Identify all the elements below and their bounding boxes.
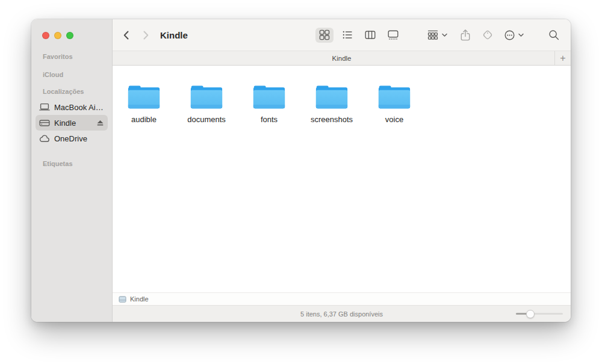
folder-icon	[252, 83, 287, 110]
view-switcher	[315, 19, 402, 51]
back-button[interactable]	[122, 19, 130, 51]
close-button[interactable]	[42, 32, 49, 39]
folder-name: voice	[385, 115, 403, 124]
sidebar: Favoritos iCloud Localizações MacBook Ai…	[31, 19, 113, 322]
folder-item-fonts[interactable]: fonts	[238, 83, 300, 124]
finder-window: Favoritos iCloud Localizações MacBook Ai…	[31, 19, 571, 322]
forward-button[interactable]	[142, 19, 150, 51]
drive-icon	[119, 296, 126, 303]
folder-item-documents[interactable]: documents	[175, 83, 238, 124]
tab-bar: Kindle +	[113, 51, 571, 66]
cloud-icon	[39, 135, 50, 143]
external-drive-icon	[39, 119, 50, 127]
toolbar: Kindle	[113, 19, 571, 51]
list-view-button[interactable]	[338, 28, 356, 43]
folder-item-voice[interactable]: voice	[363, 83, 426, 124]
status-bar: 5 itens, 6,37 GB disponíveis	[113, 306, 571, 322]
group-by-button[interactable]	[427, 19, 447, 51]
tab-kindle[interactable]: Kindle	[332, 55, 352, 62]
column-view-button[interactable]	[361, 28, 379, 43]
file-area[interactable]: audible documents fonts screenshots voic…	[113, 66, 571, 292]
more-button[interactable]	[504, 19, 524, 51]
gallery-view-button[interactable]	[384, 28, 402, 43]
eject-icon[interactable]	[96, 120, 104, 126]
sidebar-item-label: OneDrive	[54, 134, 87, 143]
zoom-button[interactable]	[66, 32, 73, 39]
share-button[interactable]	[460, 19, 471, 51]
path-bar: Kindle	[113, 292, 571, 306]
sidebar-item-onedrive[interactable]: OneDrive	[36, 131, 108, 146]
window-title: Kindle	[160, 19, 188, 51]
new-tab-button[interactable]: +	[554, 51, 571, 65]
folder-name: documents	[187, 115, 226, 124]
folder-icon	[126, 83, 161, 110]
icon-size-slider[interactable]	[516, 306, 563, 322]
folder-icon	[189, 83, 224, 110]
search-button[interactable]	[548, 19, 560, 51]
chevron-down-icon	[518, 33, 524, 37]
icon-view-button[interactable]	[315, 28, 334, 43]
slider-thumb[interactable]	[526, 310, 535, 318]
sidebar-section-locations: Localizações	[31, 88, 112, 95]
sidebar-item-kindle[interactable]: Kindle	[36, 115, 108, 131]
path-item-kindle[interactable]: Kindle	[130, 295, 149, 303]
folder-name: screenshots	[311, 115, 353, 124]
sidebar-section-tags: Etiquetas	[31, 160, 112, 167]
status-text: 5 itens, 6,37 GB disponíveis	[300, 310, 383, 318]
sidebar-section-favorites: Favoritos	[31, 53, 112, 60]
laptop-icon	[39, 103, 50, 111]
chevron-down-icon	[442, 33, 447, 37]
folder-icon	[377, 83, 412, 110]
tag-icon[interactable]	[482, 19, 494, 51]
traffic-lights	[31, 19, 112, 39]
folder-item-screenshots[interactable]: screenshots	[300, 83, 363, 124]
folder-name: fonts	[261, 115, 278, 124]
sidebar-item-label: MacBook Ai…	[54, 103, 104, 112]
folder-item-audible[interactable]: audible	[113, 83, 175, 124]
sidebar-item-macbook[interactable]: MacBook Ai…	[36, 99, 108, 115]
sidebar-section-icloud: iCloud	[31, 71, 112, 78]
folder-icon	[314, 83, 349, 110]
folder-grid: audible documents fonts screenshots voic…	[113, 66, 571, 124]
folder-name: audible	[131, 115, 157, 124]
minimize-button[interactable]	[54, 32, 61, 39]
sidebar-item-label: Kindle	[54, 119, 76, 128]
